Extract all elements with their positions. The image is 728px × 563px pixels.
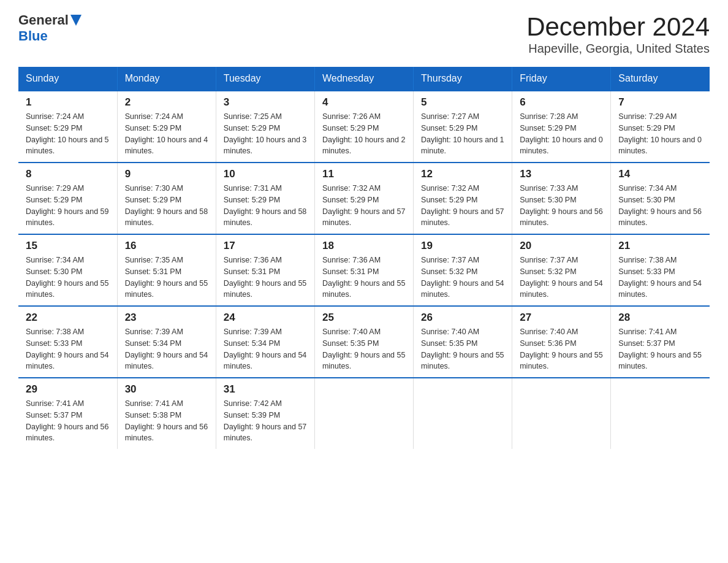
calendar-cell: 15 Sunrise: 7:34 AM Sunset: 5:30 PM Dayl…	[18, 234, 117, 306]
day-number: 14	[618, 168, 702, 180]
calendar-week-row: 8 Sunrise: 7:29 AM Sunset: 5:29 PM Dayli…	[18, 163, 710, 234]
calendar-week-row: 29 Sunrise: 7:41 AM Sunset: 5:37 PM Dayl…	[18, 378, 710, 449]
calendar-cell: 21 Sunrise: 7:38 AM Sunset: 5:33 PM Dayl…	[611, 234, 710, 306]
header-sunday: Sunday	[18, 67, 117, 91]
day-info: Sunrise: 7:41 AM Sunset: 5:37 PM Dayligh…	[618, 326, 702, 372]
day-info: Sunrise: 7:30 AM Sunset: 5:29 PM Dayligh…	[125, 183, 208, 229]
day-number: 18	[322, 240, 406, 252]
day-number: 20	[520, 240, 603, 252]
calendar-cell: 27 Sunrise: 7:40 AM Sunset: 5:36 PM Dayl…	[512, 306, 611, 378]
day-number: 26	[421, 312, 504, 324]
calendar-cell: 14 Sunrise: 7:34 AM Sunset: 5:30 PM Dayl…	[611, 163, 710, 234]
day-number: 7	[618, 96, 702, 109]
day-info: Sunrise: 7:42 AM Sunset: 5:39 PM Dayligh…	[224, 398, 307, 444]
calendar-header: Sunday Monday Tuesday Wednesday Thursday…	[18, 67, 710, 91]
day-number: 27	[520, 312, 603, 324]
day-number: 9	[125, 168, 208, 180]
calendar-subtitle: Hapeville, Georgia, United States	[526, 42, 710, 56]
calendar-cell: 26 Sunrise: 7:40 AM Sunset: 5:35 PM Dayl…	[414, 306, 512, 378]
header-friday: Friday	[512, 67, 611, 91]
day-info: Sunrise: 7:25 AM Sunset: 5:29 PM Dayligh…	[224, 111, 307, 157]
day-info: Sunrise: 7:32 AM Sunset: 5:29 PM Dayligh…	[421, 183, 504, 229]
day-info: Sunrise: 7:37 AM Sunset: 5:32 PM Dayligh…	[520, 255, 603, 301]
header-monday: Monday	[117, 67, 216, 91]
header-row: Sunday Monday Tuesday Wednesday Thursday…	[18, 67, 710, 91]
calendar-cell: 2 Sunrise: 7:24 AM Sunset: 5:29 PM Dayli…	[117, 91, 216, 163]
calendar-cell: 19 Sunrise: 7:37 AM Sunset: 5:32 PM Dayl…	[414, 234, 512, 306]
day-number: 16	[125, 240, 208, 252]
day-info: Sunrise: 7:40 AM Sunset: 5:35 PM Dayligh…	[322, 326, 406, 372]
calendar-cell: 8 Sunrise: 7:29 AM Sunset: 5:29 PM Dayli…	[18, 163, 117, 234]
calendar-title: December 2024	[526, 12, 710, 42]
day-info: Sunrise: 7:34 AM Sunset: 5:30 PM Dayligh…	[618, 183, 702, 229]
calendar-cell: 23 Sunrise: 7:39 AM Sunset: 5:34 PM Dayl…	[117, 306, 216, 378]
header-wednesday: Wednesday	[314, 67, 413, 91]
day-info: Sunrise: 7:31 AM Sunset: 5:29 PM Dayligh…	[224, 183, 307, 229]
day-info: Sunrise: 7:24 AM Sunset: 5:29 PM Dayligh…	[125, 111, 208, 157]
day-number: 25	[322, 312, 406, 324]
calendar-cell: 28 Sunrise: 7:41 AM Sunset: 5:37 PM Dayl…	[611, 306, 710, 378]
day-info: Sunrise: 7:39 AM Sunset: 5:34 PM Dayligh…	[224, 326, 307, 372]
logo: General Blue	[18, 12, 82, 44]
calendar-week-row: 1 Sunrise: 7:24 AM Sunset: 5:29 PM Dayli…	[18, 91, 710, 163]
day-info: Sunrise: 7:41 AM Sunset: 5:37 PM Dayligh…	[26, 398, 110, 444]
svg-marker-0	[70, 15, 82, 26]
day-number: 15	[26, 240, 110, 252]
day-info: Sunrise: 7:36 AM Sunset: 5:31 PM Dayligh…	[322, 255, 406, 301]
header-tuesday: Tuesday	[216, 67, 314, 91]
calendar-cell: 4 Sunrise: 7:26 AM Sunset: 5:29 PM Dayli…	[314, 91, 413, 163]
logo-triangle-icon	[70, 15, 82, 26]
day-number: 23	[125, 312, 208, 324]
calendar-cell: 6 Sunrise: 7:28 AM Sunset: 5:29 PM Dayli…	[512, 91, 611, 163]
day-number: 31	[224, 383, 307, 396]
day-number: 3	[224, 96, 307, 109]
day-info: Sunrise: 7:29 AM Sunset: 5:29 PM Dayligh…	[26, 183, 110, 229]
day-info: Sunrise: 7:26 AM Sunset: 5:29 PM Dayligh…	[322, 111, 406, 157]
day-number: 30	[125, 383, 208, 396]
calendar-cell: 13 Sunrise: 7:33 AM Sunset: 5:30 PM Dayl…	[512, 163, 611, 234]
day-number: 24	[224, 312, 307, 324]
calendar-cell: 5 Sunrise: 7:27 AM Sunset: 5:29 PM Dayli…	[414, 91, 512, 163]
calendar-cell: 22 Sunrise: 7:38 AM Sunset: 5:33 PM Dayl…	[18, 306, 117, 378]
calendar-cell: 3 Sunrise: 7:25 AM Sunset: 5:29 PM Dayli…	[216, 91, 314, 163]
day-info: Sunrise: 7:39 AM Sunset: 5:34 PM Dayligh…	[125, 326, 208, 372]
calendar-cell: 11 Sunrise: 7:32 AM Sunset: 5:29 PM Dayl…	[314, 163, 413, 234]
day-number: 5	[421, 96, 504, 109]
calendar-cell	[314, 378, 413, 449]
calendar-cell: 31 Sunrise: 7:42 AM Sunset: 5:39 PM Dayl…	[216, 378, 314, 449]
day-info: Sunrise: 7:38 AM Sunset: 5:33 PM Dayligh…	[618, 255, 702, 301]
day-number: 28	[618, 312, 702, 324]
day-number: 6	[520, 96, 603, 109]
header-saturday: Saturday	[611, 67, 710, 91]
calendar-cell	[414, 378, 512, 449]
day-number: 4	[322, 96, 406, 109]
day-info: Sunrise: 7:38 AM Sunset: 5:33 PM Dayligh…	[26, 326, 110, 372]
calendar-cell: 16 Sunrise: 7:35 AM Sunset: 5:31 PM Dayl…	[117, 234, 216, 306]
logo-general: General	[18, 12, 69, 28]
day-info: Sunrise: 7:35 AM Sunset: 5:31 PM Dayligh…	[125, 255, 208, 301]
day-number: 22	[26, 312, 110, 324]
day-info: Sunrise: 7:32 AM Sunset: 5:29 PM Dayligh…	[322, 183, 406, 229]
calendar-cell: 17 Sunrise: 7:36 AM Sunset: 5:31 PM Dayl…	[216, 234, 314, 306]
day-info: Sunrise: 7:40 AM Sunset: 5:36 PM Dayligh…	[520, 326, 603, 372]
day-number: 17	[224, 240, 307, 252]
calendar-cell: 7 Sunrise: 7:29 AM Sunset: 5:29 PM Dayli…	[611, 91, 710, 163]
calendar-cell: 9 Sunrise: 7:30 AM Sunset: 5:29 PM Dayli…	[117, 163, 216, 234]
day-info: Sunrise: 7:24 AM Sunset: 5:29 PM Dayligh…	[26, 111, 110, 157]
calendar-cell: 10 Sunrise: 7:31 AM Sunset: 5:29 PM Dayl…	[216, 163, 314, 234]
page-header: General Blue December 2024 Hapeville, Ge…	[18, 12, 710, 56]
day-number: 19	[421, 240, 504, 252]
day-number: 29	[26, 383, 110, 396]
day-info: Sunrise: 7:40 AM Sunset: 5:35 PM Dayligh…	[421, 326, 504, 372]
day-info: Sunrise: 7:37 AM Sunset: 5:32 PM Dayligh…	[421, 255, 504, 301]
calendar-cell: 30 Sunrise: 7:41 AM Sunset: 5:38 PM Dayl…	[117, 378, 216, 449]
calendar-cell	[512, 378, 611, 449]
calendar-body: 1 Sunrise: 7:24 AM Sunset: 5:29 PM Dayli…	[18, 91, 710, 449]
calendar-cell	[611, 378, 710, 449]
day-number: 10	[224, 168, 307, 180]
day-number: 12	[421, 168, 504, 180]
day-info: Sunrise: 7:28 AM Sunset: 5:29 PM Dayligh…	[520, 111, 603, 157]
logo-blue: Blue	[18, 28, 48, 44]
day-number: 8	[26, 168, 110, 180]
calendar-cell: 1 Sunrise: 7:24 AM Sunset: 5:29 PM Dayli…	[18, 91, 117, 163]
